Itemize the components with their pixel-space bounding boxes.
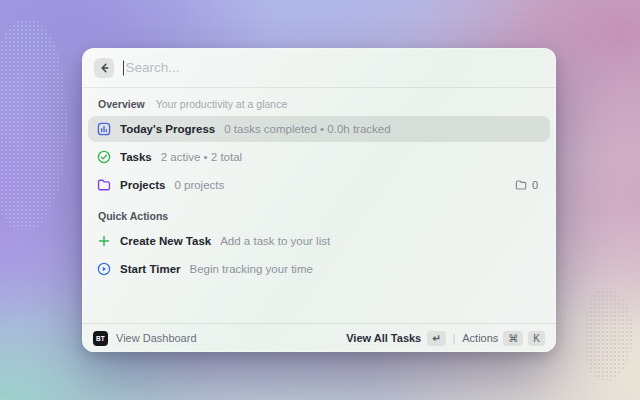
view-all-tasks-label: View All Tasks — [346, 332, 421, 344]
command-palette-window: Overview Your productivity at a glance T… — [82, 48, 556, 352]
projects-count: 0 — [532, 179, 538, 191]
results-list: Overview Your productivity at a glance T… — [82, 88, 556, 323]
item-title: Tasks — [120, 151, 152, 163]
item-title: Start Timer — [120, 263, 181, 275]
k-keycap: K — [528, 331, 545, 346]
play-circle-icon — [97, 262, 111, 276]
actions-label: Actions — [462, 332, 498, 344]
view-dashboard-button[interactable]: BT View Dashboard — [93, 331, 197, 346]
arrow-left-icon — [98, 62, 110, 74]
list-item-tasks[interactable]: Tasks 2 active • 2 total — [88, 144, 550, 170]
item-title: Create New Task — [120, 235, 211, 247]
projects-count-accessory: 0 — [515, 179, 541, 191]
section-subtitle: Your productivity at a glance — [156, 98, 288, 110]
text-caret — [123, 60, 124, 75]
item-subtitle: Add a task to your list — [220, 235, 330, 247]
section-title: Overview — [98, 98, 145, 110]
plus-icon — [97, 234, 111, 248]
folder-icon — [97, 178, 111, 192]
footer-bar: BT View Dashboard View All Tasks ↵ | Act… — [82, 323, 556, 352]
list-item-todays-progress[interactable]: Today's Progress 0 tasks completed • 0.0… — [88, 116, 550, 142]
list-item-projects[interactable]: Projects 0 projects 0 — [88, 172, 550, 198]
section-header-overview: Overview Your productivity at a glance — [88, 95, 550, 116]
back-button[interactable] — [94, 58, 114, 78]
list-item-create-new-task[interactable]: Create New Task Add a task to your list — [88, 228, 550, 254]
footer-divider: | — [453, 333, 456, 344]
wallpaper-texture-blob — [0, 20, 67, 230]
app-logo: BT — [93, 331, 108, 346]
folder-icon — [515, 179, 527, 191]
item-title: Today's Progress — [120, 123, 215, 135]
check-circle-icon — [97, 150, 111, 164]
item-subtitle: Begin tracking your time — [190, 263, 313, 275]
view-dashboard-label: View Dashboard — [116, 332, 197, 344]
enter-keycap: ↵ — [427, 331, 445, 346]
search-bar — [82, 48, 556, 88]
section-header-quick-actions: Quick Actions — [88, 207, 550, 228]
wallpaper-texture-blob — [585, 290, 633, 380]
actions-button[interactable]: Actions ⌘ K — [462, 331, 545, 346]
footer-actions: View All Tasks ↵ | Actions ⌘ K — [346, 331, 545, 346]
section-title: Quick Actions — [98, 210, 168, 222]
search-input[interactable] — [123, 60, 544, 75]
list-item-start-timer[interactable]: Start Timer Begin tracking your time — [88, 256, 550, 282]
item-title: Projects — [120, 179, 165, 191]
bar-chart-icon — [97, 122, 111, 136]
item-subtitle: 2 active • 2 total — [161, 151, 242, 163]
cmd-keycap: ⌘ — [503, 331, 523, 346]
item-subtitle: 0 projects — [174, 179, 224, 191]
item-subtitle: 0 tasks completed • 0.0h tracked — [224, 123, 390, 135]
view-all-tasks-button[interactable]: View All Tasks ↵ — [346, 331, 445, 346]
